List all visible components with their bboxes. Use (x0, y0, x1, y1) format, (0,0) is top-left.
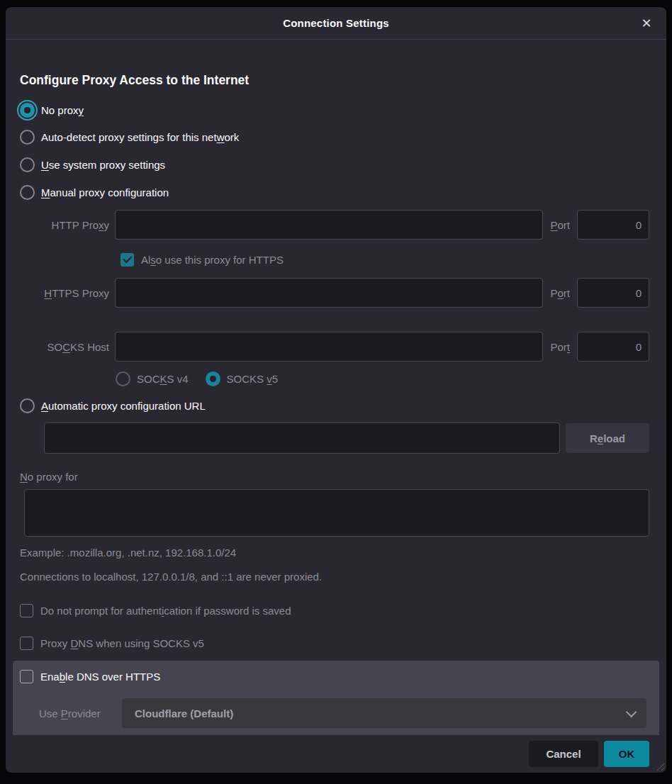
localhost-note: Connections to localhost, 127.0.0.1/8, a… (20, 571, 322, 583)
socks-port-input[interactable] (577, 332, 649, 362)
socks-host-label: SOCKS Host (20, 341, 115, 353)
auto-detect-radio[interactable] (20, 130, 35, 145)
manual-proxy-radio[interactable] (20, 185, 35, 200)
https-port-input[interactable] (577, 278, 649, 308)
doh-provider-value: Cloudflare (Default) (135, 707, 233, 719)
socks-host-row: SOCKS Host Port (20, 332, 649, 362)
doh-section: Enable DNS over HTTPS Use Provider Cloud… (13, 661, 659, 735)
no-proxy-radio[interactable] (20, 103, 35, 118)
radio-row-manual-proxy[interactable]: Manual proxy configuration (20, 184, 169, 201)
dialog-titlebar: Connection Settings ✕ (6, 7, 666, 40)
connection-settings-dialog: Connection Settings ✕ Configure Proxy Ac… (6, 7, 666, 773)
https-port-label: Port (550, 287, 570, 299)
socks-v4-label: SOCKS v4 (137, 373, 189, 385)
no-proxy-for-label: No proxy for (20, 471, 78, 483)
socks-v4-radio[interactable] (116, 371, 130, 386)
no-proxy-for-textarea[interactable] (24, 489, 649, 537)
example-hint-row: Example: .mozilla.org, .net.nz, 192.168.… (20, 544, 236, 560)
enable-doh-checkbox[interactable] (20, 670, 33, 683)
socks-host-input[interactable] (115, 332, 543, 362)
also-https-label: Also use this proxy for HTTPS (141, 254, 284, 266)
proxy-dns-row[interactable]: Proxy DNS when using SOCKS v5 (20, 635, 204, 651)
socks-port-label: Port (550, 341, 570, 353)
socks-version-row: SOCKS v4 SOCKS v5 (116, 370, 278, 387)
auto-url-radio[interactable] (20, 398, 35, 413)
dialog-title: Connection Settings (283, 17, 389, 29)
doh-provider-select[interactable]: Cloudflare (Default) (122, 698, 646, 728)
manual-proxy-label: Manual proxy configuration (41, 186, 169, 198)
auto-detect-label: Auto-detect proxy settings for this netw… (41, 131, 239, 143)
example-hint: Example: .mozilla.org, .net.nz, 192.168.… (20, 547, 236, 559)
system-proxy-radio[interactable] (20, 157, 35, 172)
dialog-footer: Cancel OK (6, 735, 666, 773)
socks-v5-radio[interactable] (206, 371, 220, 386)
no-prompt-auth-checkbox[interactable] (20, 604, 33, 617)
radio-row-auto-url[interactable]: Automatic proxy configuration URL (20, 397, 206, 414)
http-port-input[interactable] (577, 210, 649, 240)
no-proxy-for-label-row: No proxy for (20, 469, 78, 484)
no-proxy-label: No proxy (41, 104, 84, 116)
ok-button[interactable]: OK (604, 741, 649, 767)
http-proxy-input[interactable] (115, 210, 543, 240)
page-title: Configure Proxy Access to the Internet (20, 73, 249, 88)
no-prompt-auth-label: Do not prompt for authentication if pass… (40, 605, 291, 617)
proxy-dns-label: Proxy DNS when using SOCKS v5 (40, 637, 204, 649)
also-https-checkbox[interactable] (121, 253, 134, 267)
also-https-row[interactable]: Also use this proxy for HTTPS (121, 252, 284, 267)
https-proxy-label: HTTPS Proxy (20, 287, 115, 299)
enable-doh-row[interactable]: Enable DNS over HTTPS (20, 668, 160, 685)
reload-button[interactable]: Reload (566, 423, 649, 453)
http-port-label: Port (550, 219, 570, 231)
radio-row-no-proxy[interactable]: No proxy (20, 101, 84, 118)
radio-row-auto-detect[interactable]: Auto-detect proxy settings for this netw… (20, 128, 239, 145)
auto-url-input-row: Reload (44, 422, 649, 454)
enable-doh-label: Enable DNS over HTTPS (40, 671, 160, 683)
close-icon[interactable]: ✕ (638, 15, 655, 32)
chevron-down-icon (626, 706, 637, 717)
proxy-dns-checkbox[interactable] (20, 637, 33, 650)
socks-v5-label: SOCKS v5 (227, 373, 279, 385)
system-proxy-label: Use system proxy settings (41, 159, 165, 171)
localhost-note-row: Connections to localhost, 127.0.0.1/8, a… (20, 569, 322, 584)
https-proxy-row: HTTPS Proxy Port (20, 278, 649, 308)
http-proxy-row: HTTP Proxy Port (20, 210, 649, 240)
http-proxy-label: HTTP Proxy (20, 219, 115, 231)
doh-provider-row: Use Provider Cloudflare (Default) (39, 698, 646, 728)
no-prompt-auth-row[interactable]: Do not prompt for authentication if pass… (20, 603, 291, 618)
doh-provider-label: Use Provider (39, 707, 122, 719)
auto-url-label: Automatic proxy configuration URL (41, 400, 206, 412)
auto-url-input[interactable] (44, 422, 560, 454)
radio-row-system-proxy[interactable]: Use system proxy settings (20, 156, 165, 173)
cancel-button[interactable]: Cancel (529, 741, 598, 767)
https-proxy-input[interactable] (115, 278, 543, 308)
